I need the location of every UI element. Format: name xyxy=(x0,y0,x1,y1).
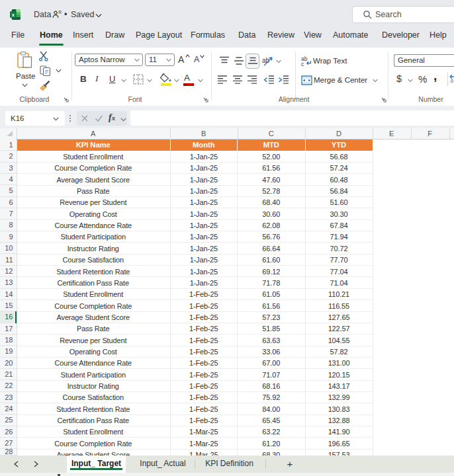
svg-text:R: R xyxy=(58,10,62,15)
svg-text:.0: .0 xyxy=(449,79,453,83)
